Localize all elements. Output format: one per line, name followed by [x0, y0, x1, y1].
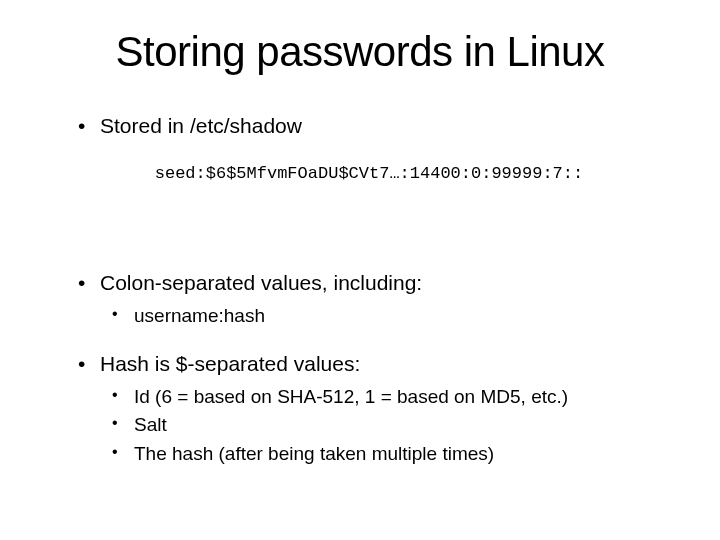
- bullet-hash-salt: Salt: [112, 411, 660, 440]
- slide-content: Stored in /etc/shadow seed:$6$5MfvmFOaDU…: [60, 112, 660, 468]
- bullet-hash-text: Hash is $-separated values:: [100, 352, 360, 375]
- bullet-colon-separated: Colon-separated values, including: usern…: [78, 269, 660, 330]
- slide-title: Storing passwords in Linux: [60, 28, 660, 76]
- bullet-colon-text: Colon-separated values, including:: [100, 271, 422, 294]
- code-example: seed:$6$5MfvmFOaDU$CVt7…:14400:0:99999:7…: [78, 164, 660, 183]
- bullet-hash-separated: Hash is $-separated values: Id (6 = base…: [78, 350, 660, 468]
- bullet-stored: Stored in /etc/shadow: [78, 112, 660, 140]
- bullet-hash-thehash: The hash (after being taken multiple tim…: [112, 440, 660, 469]
- bullet-username-hash: username:hash: [112, 302, 660, 331]
- bullet-hash-id: Id (6 = based on SHA-512, 1 = based on M…: [112, 383, 660, 412]
